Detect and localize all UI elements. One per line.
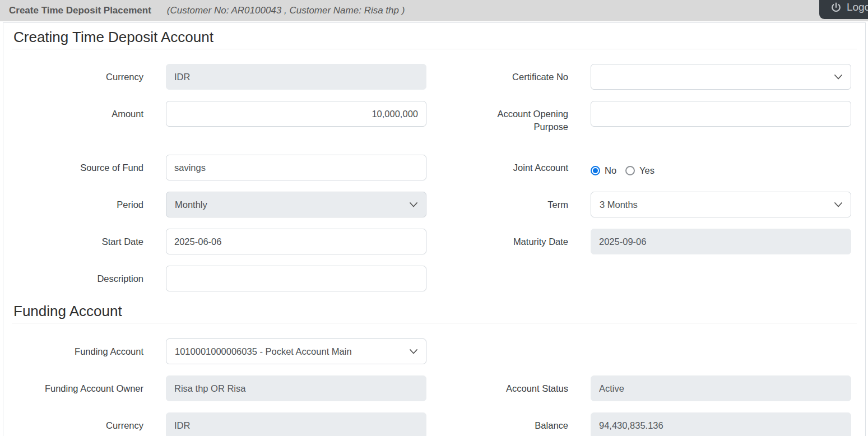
power-icon [830,2,842,13]
account-status-field-group: Account Status [426,375,851,401]
form-row: Source of Fund Joint Account No Yes [3,155,865,180]
balance-label: Balance [438,412,568,436]
maturity-date-field-group: Maturity Date [426,229,851,254]
term-label: Term [438,192,568,217]
source-of-fund-input[interactable] [166,155,426,180]
description-input[interactable] [166,266,426,291]
amount-label: Amount [15,101,143,133]
form-row: Funding Account Owner Account Status [3,375,865,401]
topbar: Create Time Deposit Placement (Customer … [0,0,868,21]
joint-account-yes-label: Yes [639,165,655,176]
page-title: Create Time Deposit Placement [9,5,151,16]
term-field-group: Term 3 Months [426,192,851,217]
certificate-no-field-group: Certificate No [426,64,851,90]
section-title-funding: Funding Account [13,303,855,319]
funding-account-owner-input [166,375,426,401]
funding-account-select[interactable]: 1010001000006035 - Pocket Account Main [166,338,426,364]
form-row: Period Monthly Term 3 Months [3,192,865,217]
amount-input[interactable] [166,101,426,127]
start-date-field-group: Start Date [3,229,426,254]
logout-label: Logout [847,1,868,13]
form-row: Start Date Maturity Date [3,229,865,254]
description-label: Description [15,266,143,291]
certificate-no-label: Certificate No [438,64,568,90]
maturity-date-input [591,229,851,254]
section-title-deposit: Creating Time Deposit Account [13,29,855,45]
account-opening-purpose-label: Account Opening Purpose [438,101,568,133]
funding-account-label: Funding Account [15,338,143,364]
source-of-fund-field-group: Source of Fund [3,155,426,180]
period-select: Monthly [166,192,426,217]
joint-account-radio-group: No Yes [591,155,851,180]
account-opening-purpose-field-group: Account Opening Purpose [426,101,851,133]
logout-button[interactable]: Logout [819,0,868,19]
chevron-down-icon [834,75,842,80]
period-label: Period [15,192,143,217]
amount-field-group: Amount [3,101,426,133]
joint-account-yes-radio[interactable]: Yes [625,165,655,176]
form-row: Amount Account Opening Purpose [3,101,865,133]
joint-account-field-group: Joint Account No Yes [426,155,851,180]
deposit-form: Currency Certificate No Amount [3,49,865,291]
funding-currency-input [166,412,426,436]
start-date-input[interactable] [166,229,426,254]
radio-checked-icon [591,166,600,175]
account-opening-purpose-input[interactable] [591,101,851,127]
account-status-input [591,375,851,401]
form-row: Currency Balance [3,412,865,436]
description-field-group: Description [3,266,426,291]
chevron-down-icon [410,349,417,354]
start-date-label: Start Date [15,229,143,254]
balance-input [591,412,851,436]
currency-label: Currency [15,64,143,90]
period-field-group: Period Monthly [3,192,426,217]
maturity-date-label: Maturity Date [438,229,568,254]
form-row: Funding Account 1010001000006035 - Pocke… [3,338,865,364]
form-row: Currency Certificate No [3,64,865,90]
account-status-label: Account Status [438,375,568,401]
funding-account-owner-field-group: Funding Account Owner [3,375,426,401]
joint-account-label: Joint Account [438,155,568,180]
funding-account-owner-label: Funding Account Owner [15,375,143,401]
source-of-fund-label: Source of Fund [15,155,143,180]
joint-account-no-label: No [605,165,616,176]
funding-currency-field-group: Currency [3,412,426,436]
currency-input [166,64,426,90]
term-select[interactable]: 3 Months [591,192,851,217]
joint-account-no-radio[interactable]: No [591,165,616,176]
term-select-value: 3 Months [600,200,638,210]
customer-info-subtitle: (Customer No: AR0100043 , Customer Name:… [167,5,405,16]
funding-account-select-value: 1010001000006035 - Pocket Account Main [175,346,352,357]
radio-unchecked-icon [625,166,635,175]
chevron-down-icon [410,202,417,207]
period-select-value: Monthly [175,200,207,210]
funding-account-field-group: Funding Account 1010001000006035 - Pocke… [3,338,426,364]
balance-field-group: Balance [426,412,851,436]
main-form-card: Creating Time Deposit Account Currency C… [3,22,866,436]
certificate-no-select[interactable] [591,64,851,90]
funding-form: Funding Account 1010001000006035 - Pocke… [3,323,865,436]
currency-field-group: Currency [3,64,426,90]
form-row: Description [3,266,865,291]
chevron-down-icon [834,202,842,207]
funding-currency-label: Currency [15,412,143,436]
